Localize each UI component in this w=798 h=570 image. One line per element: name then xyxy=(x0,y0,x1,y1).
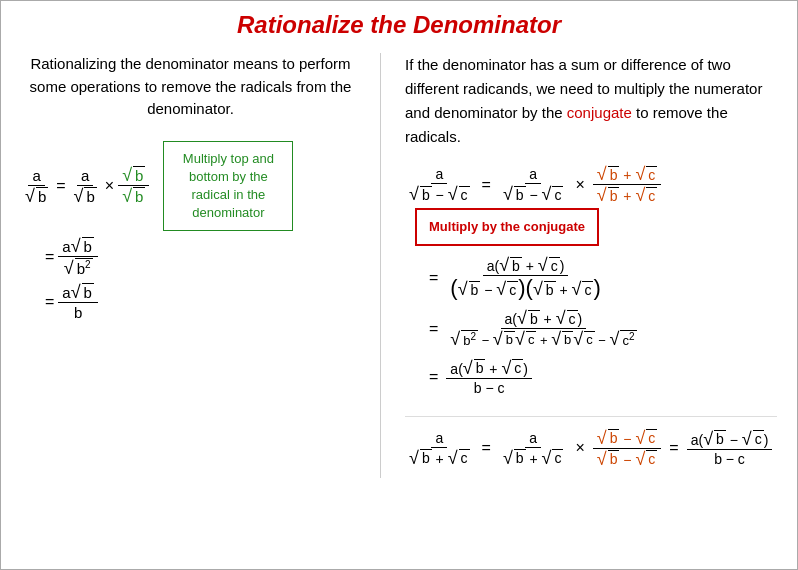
sqrt-b-green: √ b xyxy=(122,166,145,184)
r-frac6: a(√b + √c) b − c xyxy=(446,359,532,396)
frac-asqrtb-b: a√b b xyxy=(58,283,98,321)
left-math: a √ b = a √ xyxy=(21,141,360,322)
right-line1: a √b − √c = a √b − √c × √b + √c √b + √c … xyxy=(405,165,777,246)
r-frac3-conj: √b + √c √b + √c xyxy=(593,165,662,204)
left-math-line1: a √ b = a √ xyxy=(21,141,360,232)
right-line4: = a(√b + √c) b − c xyxy=(425,359,777,396)
sqrt-b-green2: √ b xyxy=(122,187,145,205)
r-frac5: a(√b + √c) √b2 − √b√c + √b√c − √c2 xyxy=(446,309,640,348)
rb-frac2: a √b + √c xyxy=(499,430,568,467)
frac-a-sqrtb: a √ b xyxy=(21,167,52,205)
right-math: a √b − √c = a √b − √c × √b + √c √b + √c … xyxy=(405,165,777,468)
left-math-line3: = a√b b xyxy=(41,283,360,321)
right-intro: If the denominator has a sum or differen… xyxy=(405,53,777,149)
page: Rationalize the Denominator Rationalizin… xyxy=(0,0,798,570)
r-frac4: a(√b + √c) (√b − √c)(√b + √c) xyxy=(446,256,604,299)
right-line2: = a(√b + √c) (√b − √c)(√b + √c) xyxy=(425,256,777,299)
frac-sqrtb-sqrtb: √ b √ b xyxy=(118,166,149,205)
hint-box: Multiply top and bottom by the radical i… xyxy=(163,141,293,232)
right-bottom-line: a √b + √c = a √b + √c × √b − √c √b − √c … xyxy=(405,416,777,468)
left-math-line2: = a√b √b2 xyxy=(41,237,360,277)
left-intro: Rationalizing the denominator means to p… xyxy=(21,53,360,121)
multiply-by-conjugate-box: Multiply by the conjugate xyxy=(415,208,599,246)
rb-frac1: a √b + √c xyxy=(405,430,474,467)
r-frac2: a √b − √c xyxy=(499,166,568,203)
right-line3: = a(√b + √c) √b2 − √b√c + √b√c − √c2 xyxy=(425,309,777,348)
sqrt-b: √ b xyxy=(25,187,48,205)
right-column: If the denominator has a sum or differen… xyxy=(381,53,777,478)
sqrt-b2: √ b xyxy=(74,187,97,205)
rb-frac3: √b − √c √b − √c xyxy=(593,429,662,468)
left-column: Rationalizing the denominator means to p… xyxy=(21,53,381,478)
page-title: Rationalize the Denominator xyxy=(21,11,777,39)
rb-frac4: a(√b − √c) b − c xyxy=(687,430,773,467)
r-frac1: a √b − √c xyxy=(405,166,474,203)
frac-a-sqrtb2: a √ b xyxy=(70,167,101,205)
conjugate-word: conjugate xyxy=(567,104,632,121)
frac-asqrtb-sqrtb2: a√b √b2 xyxy=(58,237,98,277)
columns: Rationalizing the denominator means to p… xyxy=(21,53,777,478)
